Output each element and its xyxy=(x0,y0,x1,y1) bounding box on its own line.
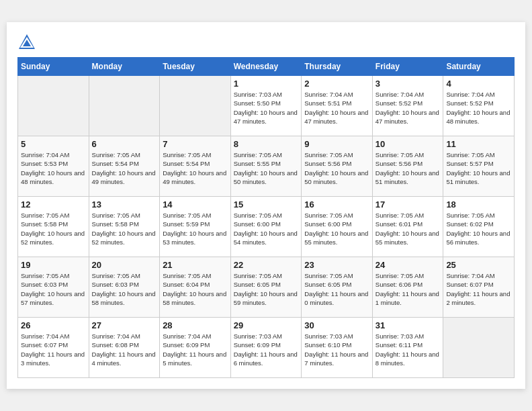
day-cell: 23Sunrise: 7:05 AMSunset: 6:05 PMDayligh… xyxy=(302,257,373,318)
day-number: 24 xyxy=(375,260,441,270)
day-header-wednesday: Wednesday xyxy=(230,58,302,76)
day-info: Sunrise: 7:05 AMSunset: 6:03 PMDaylight:… xyxy=(92,271,157,307)
day-cell: 28Sunrise: 7:04 AMSunset: 6:09 PMDayligh… xyxy=(160,318,231,378)
day-number: 28 xyxy=(163,320,228,330)
day-info: Sunrise: 7:05 AMSunset: 6:00 PMDaylight:… xyxy=(234,211,299,246)
day-number: 2 xyxy=(304,79,369,89)
week-row-5: 26Sunrise: 7:04 AMSunset: 6:07 PMDayligh… xyxy=(18,318,515,378)
day-cell: 17Sunrise: 7:05 AMSunset: 6:01 PMDayligh… xyxy=(372,197,443,257)
day-info: Sunrise: 7:05 AMSunset: 5:59 PMDaylight:… xyxy=(163,211,228,246)
day-header-friday: Friday xyxy=(372,58,443,76)
day-cell: 5Sunrise: 7:04 AMSunset: 5:53 PMDaylight… xyxy=(18,136,89,197)
day-info: Sunrise: 7:05 AMSunset: 6:02 PMDaylight:… xyxy=(446,211,511,246)
day-cell xyxy=(89,76,160,136)
day-number: 9 xyxy=(304,139,369,149)
day-cell: 25Sunrise: 7:04 AMSunset: 6:07 PMDayligh… xyxy=(443,257,515,318)
day-header-saturday: Saturday xyxy=(443,58,515,76)
day-number: 23 xyxy=(304,260,369,270)
day-cell: 8Sunrise: 7:05 AMSunset: 5:55 PMDaylight… xyxy=(230,136,302,197)
day-cell xyxy=(18,76,89,136)
day-cell: 12Sunrise: 7:05 AMSunset: 5:58 PMDayligh… xyxy=(18,197,89,257)
day-info: Sunrise: 7:04 AMSunset: 5:53 PMDaylight:… xyxy=(21,150,86,186)
day-cell: 18Sunrise: 7:05 AMSunset: 6:02 PMDayligh… xyxy=(443,197,515,257)
calendar-table: SundayMondayTuesdayWednesdayThursdayFrid… xyxy=(17,57,515,378)
day-cell: 27Sunrise: 7:04 AMSunset: 6:08 PMDayligh… xyxy=(89,318,160,378)
day-number: 21 xyxy=(163,260,228,270)
day-info: Sunrise: 7:04 AMSunset: 6:07 PMDaylight:… xyxy=(21,332,86,367)
day-info: Sunrise: 7:05 AMSunset: 5:58 PMDaylight:… xyxy=(92,211,157,246)
day-header-thursday: Thursday xyxy=(302,58,373,76)
day-cell: 30Sunrise: 7:03 AMSunset: 6:10 PMDayligh… xyxy=(302,318,373,378)
day-number: 7 xyxy=(163,139,228,149)
day-info: Sunrise: 7:05 AMSunset: 5:54 PMDaylight:… xyxy=(92,150,157,186)
day-number: 1 xyxy=(234,79,299,89)
day-number: 31 xyxy=(375,320,441,330)
day-info: Sunrise: 7:05 AMSunset: 5:56 PMDaylight:… xyxy=(304,150,369,186)
day-number: 26 xyxy=(21,320,86,330)
week-row-2: 5Sunrise: 7:04 AMSunset: 5:53 PMDaylight… xyxy=(18,136,515,197)
day-info: Sunrise: 7:05 AMSunset: 6:04 PMDaylight:… xyxy=(163,271,228,307)
day-cell: 3Sunrise: 7:04 AMSunset: 5:52 PMDaylight… xyxy=(372,76,443,136)
day-info: Sunrise: 7:04 AMSunset: 5:52 PMDaylight:… xyxy=(446,90,511,126)
day-info: Sunrise: 7:05 AMSunset: 5:54 PMDaylight:… xyxy=(163,150,228,186)
day-number: 4 xyxy=(446,79,511,89)
day-cell: 13Sunrise: 7:05 AMSunset: 5:58 PMDayligh… xyxy=(89,197,160,257)
day-cell: 7Sunrise: 7:05 AMSunset: 5:54 PMDaylight… xyxy=(160,136,231,197)
week-row-1: 1Sunrise: 7:03 AMSunset: 5:50 PMDaylight… xyxy=(18,76,515,136)
calendar-container: SundayMondayTuesdayWednesdayThursdayFrid… xyxy=(7,22,525,389)
day-info: Sunrise: 7:05 AMSunset: 6:05 PMDaylight:… xyxy=(304,271,369,307)
day-number: 11 xyxy=(446,139,511,149)
logo-icon xyxy=(17,33,36,52)
day-info: Sunrise: 7:05 AMSunset: 5:55 PMDaylight:… xyxy=(234,150,299,186)
day-info: Sunrise: 7:04 AMSunset: 5:52 PMDaylight:… xyxy=(375,90,441,126)
day-cell: 22Sunrise: 7:05 AMSunset: 6:05 PMDayligh… xyxy=(230,257,302,318)
day-info: Sunrise: 7:05 AMSunset: 6:03 PMDaylight:… xyxy=(21,271,86,307)
day-cell: 1Sunrise: 7:03 AMSunset: 5:50 PMDaylight… xyxy=(230,76,302,136)
day-number: 18 xyxy=(446,199,511,210)
day-number: 14 xyxy=(163,199,228,210)
day-info: Sunrise: 7:05 AMSunset: 5:56 PMDaylight:… xyxy=(375,150,441,186)
day-number: 12 xyxy=(21,199,86,210)
day-header-tuesday: Tuesday xyxy=(160,58,231,76)
day-header-row: SundayMondayTuesdayWednesdayThursdayFrid… xyxy=(18,58,515,76)
week-row-3: 12Sunrise: 7:05 AMSunset: 5:58 PMDayligh… xyxy=(18,197,515,257)
day-cell: 9Sunrise: 7:05 AMSunset: 5:56 PMDaylight… xyxy=(302,136,373,197)
day-header-sunday: Sunday xyxy=(18,58,89,76)
day-header-monday: Monday xyxy=(89,58,160,76)
day-cell xyxy=(160,76,231,136)
day-cell: 11Sunrise: 7:05 AMSunset: 5:57 PMDayligh… xyxy=(443,136,515,197)
week-row-4: 19Sunrise: 7:05 AMSunset: 6:03 PMDayligh… xyxy=(18,257,515,318)
day-cell: 10Sunrise: 7:05 AMSunset: 5:56 PMDayligh… xyxy=(372,136,443,197)
day-number: 6 xyxy=(92,139,157,149)
day-info: Sunrise: 7:04 AMSunset: 6:07 PMDaylight:… xyxy=(446,271,511,307)
day-number: 15 xyxy=(234,199,299,210)
day-info: Sunrise: 7:05 AMSunset: 6:05 PMDaylight:… xyxy=(234,271,299,307)
day-number: 3 xyxy=(375,79,441,89)
day-number: 10 xyxy=(375,139,441,149)
day-cell: 21Sunrise: 7:05 AMSunset: 6:04 PMDayligh… xyxy=(160,257,231,318)
logo xyxy=(17,33,39,52)
day-info: Sunrise: 7:05 AMSunset: 5:58 PMDaylight:… xyxy=(21,211,86,246)
day-number: 5 xyxy=(21,139,86,149)
day-number: 29 xyxy=(234,320,299,330)
day-info: Sunrise: 7:05 AMSunset: 6:06 PMDaylight:… xyxy=(375,271,441,307)
day-info: Sunrise: 7:03 AMSunset: 6:09 PMDaylight:… xyxy=(234,332,299,367)
day-info: Sunrise: 7:04 AMSunset: 5:51 PMDaylight:… xyxy=(304,90,369,126)
day-cell: 31Sunrise: 7:03 AMSunset: 6:11 PMDayligh… xyxy=(372,318,443,378)
day-cell: 20Sunrise: 7:05 AMSunset: 6:03 PMDayligh… xyxy=(89,257,160,318)
day-cell: 15Sunrise: 7:05 AMSunset: 6:00 PMDayligh… xyxy=(230,197,302,257)
day-info: Sunrise: 7:04 AMSunset: 6:08 PMDaylight:… xyxy=(92,332,157,367)
day-number: 22 xyxy=(234,260,299,270)
day-number: 8 xyxy=(234,139,299,149)
day-info: Sunrise: 7:05 AMSunset: 6:01 PMDaylight:… xyxy=(375,211,441,246)
day-info: Sunrise: 7:03 AMSunset: 5:50 PMDaylight:… xyxy=(234,90,299,126)
header-area xyxy=(17,33,515,52)
day-cell: 4Sunrise: 7:04 AMSunset: 5:52 PMDaylight… xyxy=(443,76,515,136)
day-cell: 29Sunrise: 7:03 AMSunset: 6:09 PMDayligh… xyxy=(230,318,302,378)
day-cell: 14Sunrise: 7:05 AMSunset: 5:59 PMDayligh… xyxy=(160,197,231,257)
day-info: Sunrise: 7:03 AMSunset: 6:11 PMDaylight:… xyxy=(375,332,441,367)
day-info: Sunrise: 7:04 AMSunset: 6:09 PMDaylight:… xyxy=(163,332,228,367)
day-number: 17 xyxy=(375,199,441,210)
day-cell: 19Sunrise: 7:05 AMSunset: 6:03 PMDayligh… xyxy=(18,257,89,318)
day-cell: 26Sunrise: 7:04 AMSunset: 6:07 PMDayligh… xyxy=(18,318,89,378)
